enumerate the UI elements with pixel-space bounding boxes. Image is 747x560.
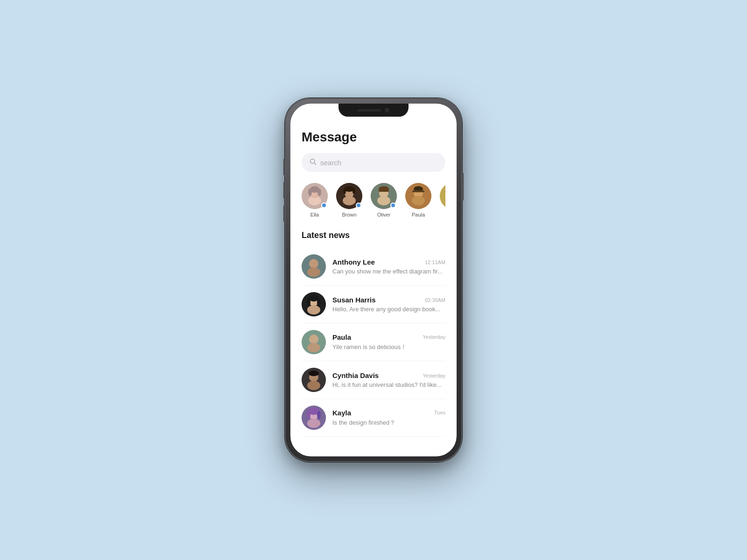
msg-content-anthony: Anthony Lee 12:11AM Can you show me the … [332, 258, 445, 275]
svg-point-9 [317, 189, 321, 196]
svg-rect-20 [379, 189, 389, 192]
message-item-paula[interactable]: Paula Yesterday Yile ramen is so delicio… [302, 323, 445, 361]
msg-time-paula: Yesterday [423, 334, 445, 340]
msg-preview-kayla: Is the design finished？ [332, 419, 445, 427]
story-dot-ella [321, 203, 327, 208]
msg-name-paula: Paula [332, 333, 351, 341]
msg-preview-cynthia: Hi, is it fun at universal studios? I'd … [332, 381, 445, 388]
notch-camera [385, 108, 389, 112]
msg-name-cynthia: Cynthia Davis [332, 371, 379, 379]
svg-point-31 [309, 259, 318, 268]
svg-rect-26 [440, 183, 445, 209]
story-name-paula: Paula [412, 212, 425, 217]
search-placeholder-text: search [320, 159, 341, 167]
msg-content-cynthia: Cynthia Davis Yesterday Hi, is it fun at… [332, 371, 445, 388]
msg-avatar-cynthia [302, 368, 326, 392]
app-title: Message [302, 130, 445, 145]
msg-name-anthony: Anthony Lee [332, 258, 375, 266]
msg-content-paula: Paula Yesterday Yile ramen is so delicio… [332, 333, 445, 351]
msg-avatar-susan [302, 292, 326, 316]
story-item-ella[interactable]: Ella [302, 183, 328, 217]
notch-speaker [358, 109, 381, 112]
svg-point-50 [307, 411, 310, 419]
story-item-linda[interactable]: Linda [440, 183, 445, 217]
message-item-susan[interactable]: Susan Harris 02:30AM Hello, Are there an… [302, 286, 445, 323]
app-content: Message search [290, 120, 457, 456]
msg-time-susan: 02:30AM [425, 297, 445, 303]
svg-point-15 [352, 189, 355, 194]
msg-name-susan: Susan Harris [332, 296, 376, 304]
svg-point-40 [309, 335, 318, 344]
svg-point-44 [307, 381, 320, 390]
svg-point-51 [317, 411, 321, 419]
svg-rect-25 [412, 190, 424, 192]
story-item-oliver[interactable]: Oliver [371, 183, 397, 217]
message-item-anthony[interactable]: Anthony Lee 12:11AM Can you show me the … [302, 248, 445, 286]
story-avatar-linda [440, 183, 445, 209]
latest-news-title: Latest news [302, 231, 445, 240]
svg-point-45 [309, 371, 319, 376]
notch [338, 104, 409, 117]
svg-line-1 [314, 163, 316, 165]
svg-point-41 [307, 343, 320, 352]
svg-point-8 [308, 189, 312, 196]
svg-point-23 [412, 196, 425, 205]
msg-preview-paula: Yile ramen is so delicious！ [332, 343, 445, 351]
msg-content-kayla: Kayla Tues Is the design finished？ [332, 409, 445, 427]
msg-preview-anthony: Can you show me the effect diagram fir..… [332, 268, 445, 275]
svg-point-38 [317, 298, 321, 307]
svg-point-32 [307, 267, 320, 277]
story-avatar-paula [405, 183, 431, 209]
msg-preview-susan: Hello, Are there any good design book... [332, 306, 445, 313]
msg-avatar-paula [302, 330, 326, 354]
svg-point-12 [343, 196, 356, 205]
svg-point-48 [307, 419, 320, 428]
search-bar[interactable]: search [302, 153, 445, 172]
story-item-brown[interactable]: Brown [336, 183, 362, 217]
story-name-oliver: Oliver [377, 212, 391, 217]
message-list: Anthony Lee 12:11AM Can you show me the … [302, 248, 445, 437]
svg-point-37 [307, 298, 310, 307]
msg-avatar-kayla [302, 406, 326, 430]
svg-point-14 [343, 189, 346, 194]
story-dot-oliver [390, 203, 396, 208]
msg-name-kayla: Kayla [332, 409, 351, 417]
msg-time-cynthia: Yesterday [423, 373, 445, 378]
story-name-ella: Ella [310, 212, 319, 217]
search-icon [309, 158, 317, 167]
phone-wrapper: Message search [285, 98, 462, 462]
phone-screen: Message search [290, 104, 457, 456]
story-name-brown: Brown [342, 212, 356, 217]
svg-point-35 [307, 305, 320, 315]
msg-content-susan: Susan Harris 02:30AM Hello, Are there an… [332, 296, 445, 313]
msg-time-kayla: Tues [434, 410, 445, 415]
msg-time-anthony: 12:11AM [425, 259, 445, 265]
message-item-cynthia[interactable]: Cynthia Davis Yesterday Hi, is it fun at… [302, 361, 445, 399]
story-item-paula[interactable]: Paula [405, 183, 431, 217]
screen-content: Message search [290, 104, 457, 456]
message-item-kayla[interactable]: Kayla Tues Is the design finished？ [302, 399, 445, 437]
msg-avatar-anthony [302, 254, 326, 279]
story-dot-brown [356, 203, 361, 208]
svg-point-18 [377, 196, 390, 205]
stories-row: Ella [302, 183, 445, 217]
